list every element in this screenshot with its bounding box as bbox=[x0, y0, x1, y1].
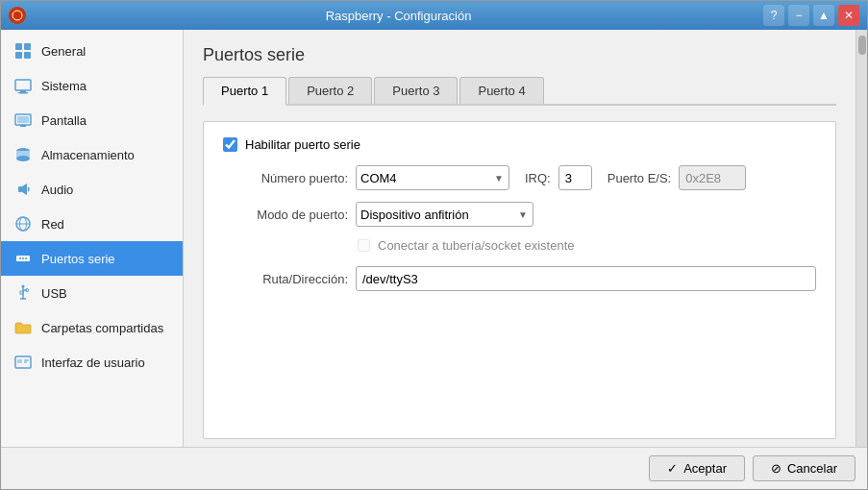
accept-button[interactable]: ✓ Aceptar bbox=[649, 455, 745, 481]
maximize-button[interactable]: ▲ bbox=[813, 5, 834, 26]
sidebar-label-sistema: Sistema bbox=[41, 79, 87, 93]
close-button[interactable]: ✕ bbox=[838, 5, 859, 26]
svg-point-21 bbox=[25, 257, 27, 259]
puerto-es-input bbox=[679, 165, 746, 190]
sidebar: General Sistema Pantalla A bbox=[1, 30, 184, 447]
sidebar-label-puertos-serie: Puertos serie bbox=[41, 252, 115, 266]
scroll-indicator bbox=[856, 30, 867, 447]
connect-checkbox[interactable] bbox=[358, 239, 370, 252]
modo-puerto-row: Modo de puerto: Dispositivo anfitrión Di… bbox=[223, 202, 816, 227]
minimize-button[interactable]: − bbox=[788, 5, 809, 26]
irq-input[interactable] bbox=[558, 165, 592, 190]
svg-rect-7 bbox=[18, 92, 28, 94]
irq-label: IRQ: bbox=[525, 171, 551, 185]
red-icon bbox=[12, 213, 34, 234]
svg-rect-4 bbox=[24, 52, 31, 59]
numero-puerto-select[interactable]: COM4 COM1 COM2 COM3 bbox=[356, 165, 509, 190]
ruta-input[interactable] bbox=[356, 266, 816, 291]
sidebar-item-almacenamiento[interactable]: Almacenamiento bbox=[1, 137, 183, 172]
svg-rect-3 bbox=[15, 52, 22, 59]
numero-puerto-select-wrapper: COM4 COM1 COM2 COM3 ▼ bbox=[356, 165, 509, 190]
sidebar-label-audio: Audio bbox=[41, 183, 73, 197]
sidebar-label-interfaz: Interfaz de usuario bbox=[41, 355, 145, 370]
sidebar-item-audio[interactable]: Audio bbox=[1, 172, 183, 207]
tab-bar: Puerto 1 Puerto 2 Puerto 3 Puerto 4 bbox=[203, 77, 836, 106]
general-icon bbox=[12, 40, 34, 61]
modo-select[interactable]: Dispositivo anfitrión Dispositivo invita… bbox=[356, 202, 533, 227]
modo-label: Modo de puerto: bbox=[223, 208, 348, 222]
sidebar-item-puertos-serie[interactable]: Puertos serie bbox=[1, 241, 183, 276]
main-window: Raspberry - Configuración ? − ▲ ✕ Genera… bbox=[0, 0, 868, 490]
sidebar-item-pantalla[interactable]: Pantalla bbox=[1, 103, 183, 137]
window-controls: ? − ▲ ✕ bbox=[763, 5, 859, 26]
svg-rect-2 bbox=[24, 43, 31, 50]
page-title: Puertos serie bbox=[203, 45, 836, 65]
svg-point-20 bbox=[22, 257, 24, 259]
tab-puerto4[interactable]: Puerto 4 bbox=[459, 77, 543, 104]
ruta-row: Ruta/Dirección: bbox=[223, 266, 816, 291]
usb-icon bbox=[12, 282, 34, 304]
sidebar-item-interfaz-usuario[interactable]: Interfaz de usuario bbox=[1, 345, 183, 380]
sidebar-label-general: General bbox=[41, 44, 86, 59]
sidebar-label-almacenamiento: Almacenamiento bbox=[41, 148, 135, 162]
svg-rect-14 bbox=[18, 186, 22, 192]
window-body: General Sistema Pantalla A bbox=[1, 30, 867, 447]
connect-row: Conectar a tubería/socket existente bbox=[223, 238, 816, 253]
help-button[interactable]: ? bbox=[763, 5, 784, 26]
checkmark-icon: ✓ bbox=[667, 461, 678, 476]
tab-puerto2[interactable]: Puerto 2 bbox=[288, 77, 372, 104]
enable-label: Habilitar puerto serie bbox=[245, 137, 360, 152]
sidebar-label-usb: USB bbox=[41, 286, 67, 301]
svg-rect-10 bbox=[20, 125, 26, 127]
app-icon bbox=[9, 7, 26, 24]
sistema-icon bbox=[12, 75, 34, 96]
svg-point-0 bbox=[12, 11, 22, 20]
audio-icon bbox=[12, 179, 34, 200]
tab-puerto3[interactable]: Puerto 3 bbox=[374, 77, 458, 104]
svg-rect-5 bbox=[15, 80, 31, 90]
sidebar-label-carpetas: Carpetas compartidas bbox=[41, 321, 163, 335]
numero-puerto-row: Número puerto: COM4 COM1 COM2 COM3 ▼ IRQ… bbox=[223, 165, 816, 190]
cancel-button[interactable]: ⊘ Cancelar bbox=[753, 455, 856, 481]
ruta-label: Ruta/Dirección: bbox=[223, 272, 348, 286]
footer: ✓ Aceptar ⊘ Cancelar bbox=[1, 447, 867, 489]
sidebar-item-sistema[interactable]: Sistema bbox=[1, 68, 183, 103]
sidebar-item-usb[interactable]: USB bbox=[1, 276, 183, 310]
sidebar-label-red: Red bbox=[41, 217, 64, 232]
numero-puerto-label: Número puerto: bbox=[223, 171, 348, 185]
scrollbar-thumb[interactable] bbox=[858, 36, 866, 55]
almacenamiento-icon bbox=[12, 144, 34, 165]
cancel-icon: ⊘ bbox=[771, 461, 781, 476]
pantalla-icon bbox=[12, 110, 34, 131]
cancel-label: Cancelar bbox=[787, 461, 837, 476]
enable-row: Habilitar puerto serie bbox=[223, 137, 816, 152]
svg-point-13 bbox=[16, 156, 30, 161]
window-title: Raspberry - Configuración bbox=[34, 9, 763, 23]
titlebar: Raspberry - Configuración ? − ▲ ✕ bbox=[1, 1, 867, 30]
svg-rect-23 bbox=[20, 291, 23, 294]
svg-point-19 bbox=[19, 257, 21, 259]
svg-rect-28 bbox=[17, 359, 22, 363]
puertos-serie-icon bbox=[12, 248, 34, 269]
sidebar-label-pantalla: Pantalla bbox=[41, 113, 87, 128]
svg-rect-6 bbox=[20, 90, 26, 92]
svg-rect-1 bbox=[15, 43, 22, 50]
connect-label: Conectar a tubería/socket existente bbox=[378, 238, 575, 253]
enable-checkbox[interactable] bbox=[223, 137, 237, 152]
interfaz-icon bbox=[12, 352, 34, 373]
svg-rect-9 bbox=[17, 116, 29, 123]
svg-point-26 bbox=[22, 285, 25, 288]
accept-label: Aceptar bbox=[683, 461, 727, 476]
main-content: Puertos serie Puerto 1 Puerto 2 Puerto 3… bbox=[184, 30, 856, 447]
carpetas-icon bbox=[12, 317, 34, 338]
sidebar-item-red[interactable]: Red bbox=[1, 207, 183, 241]
form-section: Habilitar puerto serie Número puerto: CO… bbox=[203, 121, 836, 439]
sidebar-item-carpetas-compartidas[interactable]: Carpetas compartidas bbox=[1, 310, 183, 345]
puerto-es-label: Puerto E/S: bbox=[608, 171, 671, 185]
tab-puerto1[interactable]: Puerto 1 bbox=[203, 77, 286, 106]
modo-select-wrapper: Dispositivo anfitrión Dispositivo invita… bbox=[356, 202, 533, 227]
sidebar-item-general[interactable]: General bbox=[1, 34, 183, 68]
